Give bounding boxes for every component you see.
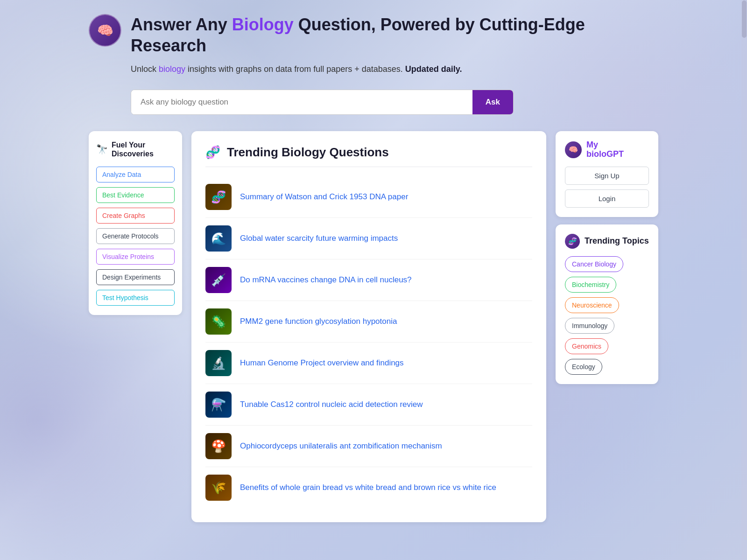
search-section: Ask	[89, 90, 658, 115]
visualize-proteins-button[interactable]: Visualize Proteins	[96, 249, 175, 265]
question-thumbnail: 🌾	[205, 475, 232, 501]
analyze-data-button[interactable]: Analyze Data	[96, 167, 175, 182]
topic-tag-biochemistry[interactable]: Biochemistry	[565, 277, 616, 293]
generate-protocols-button[interactable]: Generate Protocols	[96, 228, 175, 244]
trending-topics-header: 🧬 Trending Topics	[565, 234, 649, 249]
page-title: Answer Any Biology Question, Powered by …	[131, 14, 658, 56]
main-layout: 🔭 Fuel Your Discoveries Analyze Data Bes…	[89, 131, 658, 522]
biogpt-title: My bioloGPT	[586, 140, 624, 159]
trending-topics-card: 🧬 Trending Topics Cancer Biology Biochem…	[556, 224, 658, 384]
search-bar: Ask	[131, 90, 514, 115]
trending-icon: 🧬	[205, 145, 220, 160]
scrollbar[interactable]	[741, 0, 747, 560]
topic-tag-genomics[interactable]: Genomics	[565, 338, 608, 354]
auth-buttons: Sign Up Login	[565, 167, 649, 208]
question-text: Global water scarcity future warming imp…	[240, 233, 398, 244]
question-text: Human Genome Project overview and findin…	[240, 357, 404, 369]
trending-header: 🧬 Trending Biology Questions	[205, 145, 532, 167]
trending-topics-icon: 🧬	[565, 234, 580, 249]
my-biogpt-header: 🧠 My bioloGPT	[565, 140, 649, 159]
topic-tag-ecology[interactable]: Ecology	[565, 359, 602, 375]
my-biogpt-card: 🧠 My bioloGPT Sign Up Login	[556, 131, 658, 217]
question-text: Ophiocordyceps unilateralis ant zombific…	[240, 441, 442, 452]
login-button[interactable]: Login	[565, 189, 649, 208]
create-graphs-button[interactable]: Create Graphs	[96, 208, 175, 224]
search-input[interactable]	[131, 90, 472, 114]
question-thumbnail: 🍄	[205, 433, 232, 459]
biogpt-icon: 🧠	[565, 141, 582, 158]
right-sidebar: 🧠 My bioloGPT Sign Up Login 🧬 Trending T…	[556, 131, 658, 384]
question-item[interactable]: 💉 Do mRNA vaccines change DNA in cell nu…	[205, 259, 532, 301]
topic-tags: Cancer Biology Biochemistry Neuroscience…	[565, 256, 649, 375]
question-item[interactable]: 🍄 Ophiocordyceps unilateralis ant zombif…	[205, 426, 532, 467]
sidebar-buttons: Analyze Data Best Evidence Create Graphs…	[96, 167, 175, 306]
question-thumbnail: 🔬	[205, 350, 232, 376]
search-button[interactable]: Ask	[472, 90, 513, 114]
test-hypothesis-button[interactable]: Test Hypothesis	[96, 290, 175, 306]
question-thumbnail: 💉	[205, 267, 232, 293]
question-thumbnail: 🌊	[205, 225, 232, 252]
sign-up-button[interactable]: Sign Up	[565, 167, 649, 185]
question-thumbnail: 🧬	[205, 184, 232, 210]
left-sidebar: 🔭 Fuel Your Discoveries Analyze Data Bes…	[89, 131, 182, 315]
question-text: PMM2 gene function glycosylation hypoton…	[240, 316, 397, 327]
question-item[interactable]: 🦠 PMM2 gene function glycosylation hypot…	[205, 301, 532, 343]
question-thumbnail: ⚗️	[205, 392, 232, 418]
header: 🧠 Answer Any Biology Question, Powered b…	[89, 9, 658, 76]
question-text: Summary of Watson and Crick 1953 DNA pap…	[240, 191, 408, 203]
question-item[interactable]: ⚗️ Tunable Cas12 control nucleic acid de…	[205, 384, 532, 426]
scrollbar-thumb[interactable]	[742, 0, 747, 38]
topic-tag-immunology[interactable]: Immunology	[565, 318, 614, 334]
question-text: Do mRNA vaccines change DNA in cell nucl…	[240, 274, 412, 286]
main-content: 🧬 Trending Biology Questions 🧬 Summary o…	[191, 131, 546, 522]
fuel-icon: 🔭	[96, 144, 108, 155]
question-text: Tunable Cas12 control nucleic acid detec…	[240, 399, 423, 410]
question-item[interactable]: 🌊 Global water scarcity future warming i…	[205, 218, 532, 259]
sidebar-header: 🔭 Fuel Your Discoveries	[96, 140, 175, 158]
question-item[interactable]: 🧬 Summary of Watson and Crick 1953 DNA p…	[205, 176, 532, 218]
question-item[interactable]: 🌾 Benefits of whole grain bread vs white…	[205, 467, 532, 508]
topic-tag-neuroscience[interactable]: Neuroscience	[565, 297, 619, 313]
topic-tag-cancer[interactable]: Cancer Biology	[565, 256, 623, 272]
sidebar-header-label: Fuel Your Discoveries	[112, 140, 175, 158]
trending-title: Trending Biology Questions	[227, 145, 389, 160]
header-text: Answer Any Biology Question, Powered by …	[131, 14, 658, 76]
question-list: 🧬 Summary of Watson and Crick 1953 DNA p…	[205, 176, 532, 508]
question-thumbnail: 🦠	[205, 308, 232, 335]
logo-icon: 🧠	[89, 14, 121, 47]
page-subtitle: Unlock biology insights with graphs on d…	[131, 63, 658, 76]
question-text: Benefits of whole grain bread vs white b…	[240, 482, 496, 493]
design-experiments-button[interactable]: Design Experiments	[96, 269, 175, 285]
question-item[interactable]: 🔬 Human Genome Project overview and find…	[205, 343, 532, 384]
trending-topics-title: Trending Topics	[585, 237, 649, 246]
best-evidence-button[interactable]: Best Evidence	[96, 187, 175, 203]
